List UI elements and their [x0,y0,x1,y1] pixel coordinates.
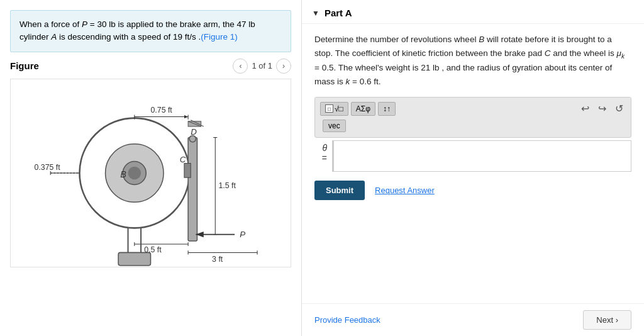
refresh-btn[interactable]: ↺ [613,101,626,116]
svg-text:3 ft: 3 ft [212,254,223,263]
part-content: Determine the number of revolutions whee… [302,24,644,303]
vec-btn[interactable]: vec [323,120,346,132]
part-header: ▼ Part A [302,0,644,24]
figure-label: Figure [10,60,233,71]
left-panel: When a force of P = 30 lb is applied to … [0,0,302,336]
answer-label: θ = [314,140,327,163]
svg-rect-33 [118,252,150,266]
diagram-svg: C B D 0.75 ft 0.375 ft [11,79,291,267]
next-label: Next › [596,315,618,325]
provide-feedback-link[interactable]: Provide Feedback [314,315,380,325]
next-figure-btn[interactable]: › [276,59,291,74]
svg-text:1.5 ft: 1.5 ft [218,181,236,189]
block-icon: □ [325,104,333,113]
part-description: Determine the number of revolutions whee… [314,33,631,88]
answer-input-area: θ = [314,140,631,172]
figure-nav: ‹ 1 of 1 › [233,59,291,74]
block-sqrt-btn[interactable]: □ √□ [320,102,348,116]
toolbar-action-btns: ↩ ↪ ↺ [579,101,626,116]
sigma-label: ΑΣφ [356,104,370,113]
action-row: Submit Request Answer [314,181,631,200]
svg-text:0.375 ft: 0.375 ft [35,162,61,171]
svg-point-4 [128,166,142,179]
figure-diagram: C B D 0.75 ft 0.375 ft [10,79,291,267]
problem-statement: When a force of P = 30 lb is applied to … [10,10,291,52]
figure-section: Figure ‹ 1 of 1 › [0,59,301,337]
arrows-label: ↕↑ [383,104,391,113]
svg-text:C: C [180,154,186,164]
equals-label: = [322,153,327,163]
next-button[interactable]: Next › [583,310,631,330]
right-panel: ▼ Part A Determine the number of revolut… [302,0,644,336]
svg-rect-5 [188,137,197,240]
figure-count: 1 of 1 [252,61,272,70]
svg-point-37 [189,135,196,142]
figure-link[interactable]: (Figure 1) [201,32,238,42]
redo-btn[interactable]: ↪ [596,101,609,116]
answer-toolbar: □ √□ ΑΣφ ↕↑ ↩ ↪ ↺ vec [314,97,631,138]
vec-row: vec [320,118,626,133]
sigma-btn[interactable]: ΑΣφ [351,102,375,116]
a-variable: A [51,32,57,42]
svg-text:B: B [120,169,126,179]
prev-figure-btn[interactable]: ‹ [233,59,248,74]
collapse-triangle[interactable]: ▼ [312,9,319,18]
svg-text:A: A [132,266,138,267]
request-answer-button[interactable]: Request Answer [375,186,435,195]
bottom-bar: Provide Feedback Next › [302,303,644,336]
problem-text: When a force of P = 30 lb is applied to … [19,20,255,42]
sqrt-label: √□ [335,104,343,113]
undo-btn[interactable]: ↩ [579,101,592,116]
theta-label: θ [322,143,327,153]
submit-button[interactable]: Submit [314,181,365,200]
svg-text:P: P [240,229,245,238]
toolbar-row1: □ √□ ΑΣφ ↕↑ ↩ ↪ ↺ [320,101,626,116]
answer-input[interactable] [332,140,631,172]
arrows-btn[interactable]: ↕↑ [378,102,396,116]
svg-text:0.75 ft: 0.75 ft [151,106,173,115]
p-variable: P [82,20,87,29]
svg-rect-6 [184,163,191,177]
part-title: Part A [325,8,352,18]
figure-header: Figure ‹ 1 of 1 › [10,59,291,74]
